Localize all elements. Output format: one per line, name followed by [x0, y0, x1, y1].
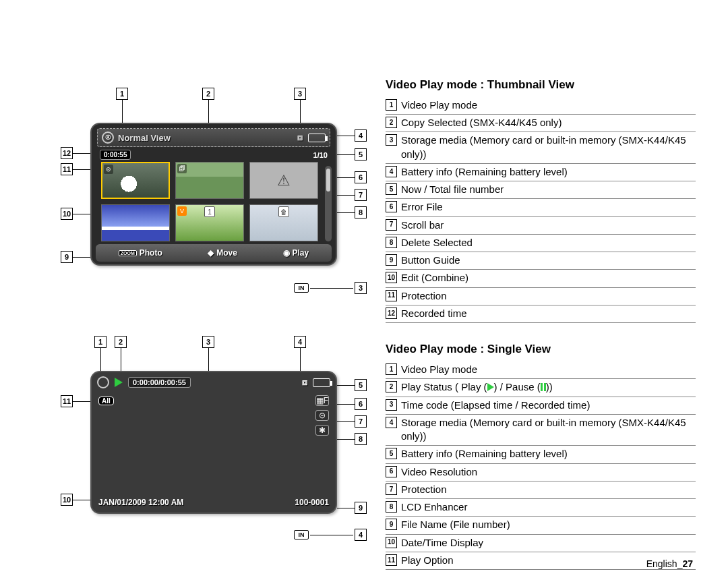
legend-row: 4Battery info (Remaining battery level) — [386, 164, 696, 181]
legend-row: 2Copy Selected (SMX-K44/K45 only) — [386, 115, 696, 132]
legend-row: 1Video Play mode — [386, 361, 696, 379]
callout-5-sv: 5 — [355, 379, 367, 391]
thumbnail-error[interactable]: ⚠ — [249, 162, 318, 199]
legend-single: Video Play mode : Single View 1Video Pla… — [386, 342, 696, 570]
camera-screen-thumbnail: ⦿ Normal View ⧈ 0:00:55 1/10 ⊝ 🗐 ⚠ V1 🗑 … — [90, 123, 337, 266]
play-topbar: 0:00:00/0:00:55 ⧈ — [97, 376, 330, 388]
copy-icon: 🗐 — [177, 164, 187, 173]
legend-row: 10Edit (Combine) — [386, 270, 696, 287]
callout-10-tn: 10 — [61, 208, 73, 220]
protection-icon: ⊝ — [315, 410, 329, 421]
callout-8-tn: 8 — [355, 206, 367, 218]
callout-8-sv: 8 — [355, 433, 367, 445]
callout-4-sv: 4 — [294, 336, 306, 348]
legend-row: 3Time code (Elapsed time / Recorded time… — [386, 397, 696, 415]
storage-icon: ⧈ — [302, 377, 307, 388]
battery-icon — [313, 378, 330, 387]
legend-row: 2Play Status ( Play () / Pause ()) — [386, 379, 696, 397]
in-badge-1: IN — [294, 283, 309, 293]
legend-row: 7Protection — [386, 481, 696, 499]
callout-2-tn: 2 — [202, 88, 214, 100]
thumbnail-6[interactable]: 🗑 — [249, 204, 318, 241]
callout-1-sv: 1 — [94, 336, 107, 348]
callout-11-sv: 11 — [61, 395, 73, 407]
callout-3-sv: 3 — [202, 336, 214, 348]
recorded-time: 0:00:55 — [100, 150, 131, 160]
callout-6-tn: 6 — [355, 171, 367, 183]
scroll-bar[interactable] — [325, 166, 332, 241]
callout-3b-tn: 3 — [355, 282, 367, 294]
callout-10-sv: 10 — [61, 494, 73, 506]
zoom-icon: ZOOM — [119, 250, 137, 256]
right-icon-column: ▦F ⊝ ✱ — [315, 395, 329, 436]
callout-4-tn: 4 — [355, 129, 367, 142]
legend-row: 4Storage media (Memory card or built-in … — [386, 415, 696, 446]
callout-11-tn: 11 — [61, 163, 73, 175]
video-mode-icon — [97, 376, 109, 388]
thumbnail-2[interactable]: 🗐 — [175, 162, 244, 199]
legend-row: 7Scroll bar — [386, 217, 696, 235]
page-footer: English_27 — [646, 558, 693, 569]
storage-icon: ⧈ — [297, 132, 303, 143]
resolution-icon: ▦F — [315, 395, 329, 406]
callout-4b-sv: 4 — [355, 529, 367, 541]
callout-6-sv: 6 — [355, 398, 367, 410]
callout-7-sv: 7 — [355, 415, 367, 428]
legend-thumbnail: Video Play mode : Thumbnail View 1Video … — [386, 78, 696, 323]
legend-row: 9File Name (File number) — [386, 517, 696, 534]
combine-mark-icon: 1 — [204, 206, 215, 217]
thumbnail-5[interactable]: V1 — [175, 204, 244, 241]
legend-column: Video Play mode : Thumbnail View 1Video … — [386, 78, 696, 584]
thumbnail-grid: ⊝ 🗐 ⚠ V1 🗑 — [101, 162, 318, 241]
legend-row: 6Video Resolution — [386, 464, 696, 481]
combine-icon: V — [177, 206, 187, 216]
callout-3-tn: 3 — [294, 88, 306, 100]
bottom-info: JAN/01/2009 12:00 AM 100-0001 — [98, 498, 329, 507]
video-mode-icon: ⦿ — [102, 132, 114, 144]
callout-1-tn: 1 — [116, 88, 128, 100]
legend-row: 5Now / Total file number — [386, 181, 696, 199]
legend-row: 3Storage media (Memory card or built-in … — [386, 132, 696, 164]
topbar: ⦿ Normal View ⧈ — [97, 128, 330, 147]
play-icon — [487, 383, 494, 391]
legend-row: 11Protection — [386, 288, 696, 305]
legend-row: 6Error File — [386, 199, 696, 216]
play-option-badge: All — [98, 397, 114, 405]
legend-row: 8LCD Enhancer — [386, 499, 696, 517]
datetime: JAN/01/2009 12:00 AM — [98, 498, 183, 507]
legend-row: 8Delete Selected — [386, 235, 696, 252]
play-status-icon — [115, 378, 123, 387]
view-title: Normal View — [118, 133, 171, 143]
delete-icon: 🗑 — [278, 206, 289, 217]
photo-button[interactable]: ZOOMPhoto — [119, 248, 162, 258]
legend-row: 5Battery info (Remaining battery level) — [386, 446, 696, 463]
lcd-enhancer-icon: ✱ — [315, 425, 329, 436]
filename: 100-0001 — [295, 498, 329, 507]
timecode: 0:00:00/0:00:55 — [128, 377, 191, 388]
battery-icon — [308, 134, 326, 142]
legend-row: 12Recorded time — [386, 305, 696, 323]
status-bar: 0:00:55 1/10 — [100, 150, 328, 160]
callout-7-tn: 7 — [355, 189, 367, 201]
legend-title-single: Video Play mode : Single View — [386, 342, 696, 357]
thumbnail-4[interactable] — [101, 204, 170, 241]
file-counter: 1/10 — [313, 151, 328, 159]
pause-icon — [541, 383, 546, 391]
callout-9-sv: 9 — [355, 502, 367, 514]
play-icon: ◉ — [283, 248, 290, 258]
legend-row: 1Video Play mode — [386, 97, 696, 115]
move-icon: ◆ — [208, 248, 214, 258]
button-guide: ZOOMPhoto ◆Move ◉Play — [96, 244, 332, 262]
legend-row: 10Date/Time Display — [386, 535, 696, 552]
protection-icon: ⊝ — [104, 165, 113, 174]
legend-title-thumbnail: Video Play mode : Thumbnail View — [386, 78, 696, 93]
footer-lang: English — [646, 558, 677, 569]
callout-12-tn: 12 — [61, 147, 73, 159]
legend-row: 9Button Guide — [386, 252, 696, 270]
move-button[interactable]: ◆Move — [208, 248, 237, 258]
thumbnail-1[interactable]: ⊝ — [101, 162, 170, 199]
callout-9-tn: 9 — [61, 251, 73, 263]
callout-5-tn: 5 — [355, 148, 367, 160]
play-button[interactable]: ◉Play — [283, 248, 309, 258]
callout-2-sv: 2 — [115, 336, 127, 348]
